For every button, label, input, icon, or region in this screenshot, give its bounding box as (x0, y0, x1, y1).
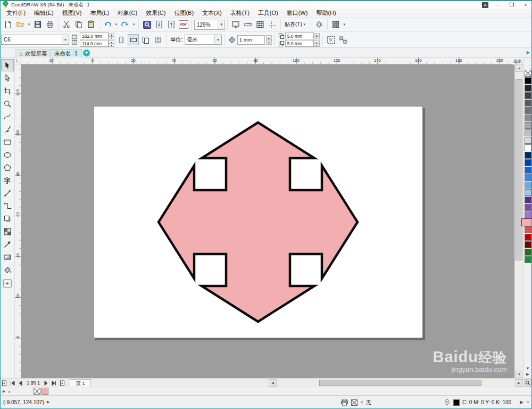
tab-document[interactable]: 未命名 -1 (50, 49, 82, 58)
rectangle-tool[interactable] (1, 136, 14, 148)
palette-color-swatch[interactable] (525, 197, 531, 203)
crop-tool[interactable] (1, 85, 14, 97)
add-page-before-button[interactable] (1, 380, 8, 387)
scroll-down-button[interactable]: ▼ (515, 371, 523, 378)
artistic-media-tool[interactable] (1, 123, 14, 135)
document-page[interactable] (93, 106, 423, 338)
status-expand-button[interactable]: ▶ (520, 399, 523, 405)
page-size-combobox[interactable]: C6 ▾ (1, 35, 69, 45)
document-palette-flyout[interactable]: ▶ (3, 389, 5, 394)
new-document-button[interactable] (2, 19, 14, 30)
next-page-button[interactable] (43, 380, 49, 387)
palette-color-swatch[interactable] (525, 189, 531, 196)
palette-color-swatch[interactable] (525, 256, 531, 263)
redo-button[interactable] (119, 19, 131, 30)
page-size-dropdown[interactable]: ▾ (62, 35, 69, 44)
tab-scroll-right-button[interactable]: ▶ (527, 50, 530, 55)
alignment-guides-button[interactable] (338, 34, 349, 45)
portrait-button[interactable] (115, 34, 127, 45)
duplicate-y-field[interactable]: 5.0 mm (285, 40, 314, 47)
menu-item[interactable]: 布局(L) (86, 9, 113, 18)
palette-color-swatch[interactable] (525, 182, 531, 189)
redo-dropdown[interactable]: ▾ (131, 22, 136, 27)
snap-to-button[interactable]: 贴齐(T) ▾ (283, 19, 309, 30)
palette-color-swatch[interactable] (525, 204, 531, 211)
scroll-right-button[interactable]: ▶ (515, 379, 523, 387)
menu-item[interactable]: 文本(X) (198, 9, 226, 18)
smart-fill-tool[interactable] (1, 264, 14, 276)
duplicate-x-field[interactable]: 5.0 mm (285, 32, 314, 39)
palette-color-swatch[interactable] (525, 137, 531, 144)
palette-color-swatch[interactable] (525, 152, 531, 159)
status-more-button[interactable]: » (527, 399, 529, 405)
palette-color-swatch[interactable] (525, 77, 531, 84)
search-content-button[interactable] (141, 19, 153, 30)
parallel-dimension-tool[interactable] (1, 187, 14, 199)
document-palette-none-swatch[interactable] (34, 388, 40, 395)
publish-pdf-button[interactable]: PDF (178, 19, 189, 30)
palette-color-swatch[interactable] (525, 211, 531, 218)
undo-button[interactable] (102, 19, 113, 30)
menu-item[interactable]: 表格(T) (226, 9, 254, 18)
palette-color-swatch[interactable] (525, 144, 531, 151)
scroll-up-button[interactable]: ▲ (515, 64, 523, 72)
horizontal-ruler[interactable]: 20020406080100120140160180200 毫米 (21, 58, 523, 64)
first-page-button[interactable] (9, 380, 16, 387)
add-page-after-button[interactable] (59, 380, 65, 387)
used-color-swatch[interactable] (521, 218, 532, 226)
menu-item[interactable]: 视图(V) (58, 9, 86, 18)
vertical-scroll-thumb[interactable] (516, 79, 522, 260)
palette-color-swatch[interactable] (525, 85, 531, 92)
palette-color-swatch[interactable] (525, 249, 531, 256)
landscape-button[interactable] (128, 34, 139, 45)
shape-tool[interactable] (1, 72, 14, 84)
ruler-origin-corner[interactable] (15, 58, 21, 64)
all-pages-button[interactable] (140, 34, 151, 45)
duplicate-y-spinner[interactable]: ▴▾ (314, 40, 320, 47)
units-dropdown[interactable]: ▾ (214, 35, 221, 44)
text-tool[interactable]: 字 (1, 174, 14, 186)
palette-color-swatch[interactable] (525, 174, 531, 181)
show-rulers-button[interactable] (242, 19, 254, 30)
vertical-ruler[interactable]: 120100806040200 (15, 64, 21, 378)
zoom-level-combobox[interactable]: 129% ▾ (194, 20, 225, 30)
pick-tool[interactable] (1, 59, 14, 71)
tab-welcome-screen[interactable]: ⌂ 欢迎屏幕 (15, 49, 52, 58)
open-button[interactable] (14, 19, 26, 30)
current-page-button[interactable] (152, 34, 163, 45)
menu-item[interactable]: 工具(O) (254, 9, 282, 18)
treat-as-filled-button[interactable] (326, 34, 337, 45)
page-width-spinner[interactable]: ▴▾ (109, 33, 114, 39)
ellipse-tool[interactable] (1, 149, 14, 161)
palette-color-swatch[interactable] (525, 114, 531, 121)
connector-tool[interactable] (1, 200, 14, 212)
menu-item[interactable]: 编辑(E) (30, 9, 58, 18)
page-width-field[interactable]: 162.0 mm (80, 32, 109, 39)
palette-color-swatch[interactable] (525, 159, 531, 166)
show-grid-button[interactable] (254, 19, 266, 30)
save-button[interactable] (32, 19, 44, 30)
palette-color-swatch[interactable] (525, 226, 531, 233)
menu-item[interactable]: 对象(C) (113, 9, 142, 18)
import-button[interactable] (153, 19, 165, 30)
freehand-tool[interactable] (1, 110, 14, 122)
last-page-button[interactable] (51, 380, 57, 387)
undo-dropdown[interactable]: ▾ (114, 22, 119, 27)
application-launcher-button[interactable] (330, 19, 342, 30)
zoom-dropdown-arrow[interactable]: ▾ (218, 20, 225, 29)
palette-scroll-down-button[interactable]: ▼ (523, 365, 532, 371)
menu-item[interactable]: 位图(B) (170, 9, 198, 18)
units-combobox[interactable]: 毫米 ▾ (185, 35, 222, 45)
launcher-dropdown[interactable]: ▾ (342, 22, 347, 27)
palette-color-swatch[interactable] (525, 129, 531, 136)
open-dropdown[interactable]: ▾ (27, 22, 31, 27)
export-button[interactable] (165, 19, 177, 30)
fullscreen-preview-button[interactable] (230, 19, 242, 30)
language-indicator-icon[interactable]: A (482, 2, 488, 8)
palette-color-swatch[interactable] (525, 241, 531, 248)
menu-item[interactable]: 文件(F) (2, 9, 30, 18)
palette-expand-button[interactable]: ▶ (523, 371, 532, 377)
drop-shadow-tool[interactable] (1, 212, 14, 225)
transparency-tool[interactable] (1, 225, 14, 238)
menu-item[interactable]: 帮助(H) (312, 9, 340, 18)
